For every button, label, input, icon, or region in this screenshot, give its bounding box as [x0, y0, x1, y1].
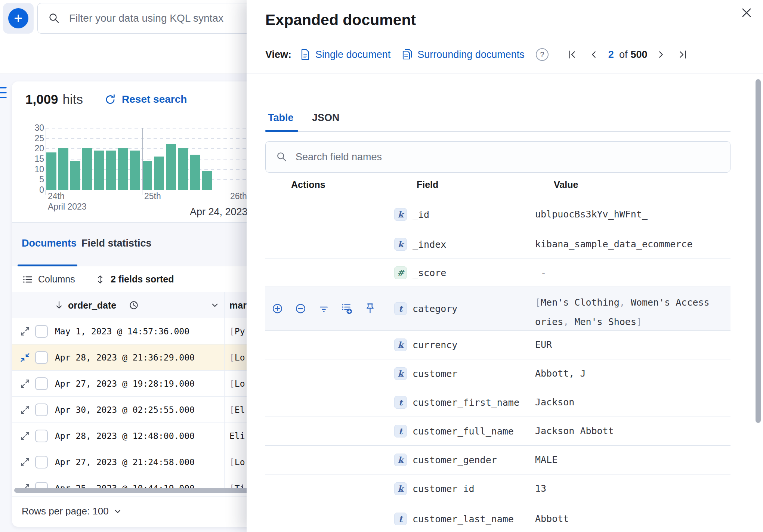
field-search-input[interactable] [296, 151, 669, 163]
field-name: customer [413, 368, 457, 379]
row-checkbox[interactable] [35, 456, 48, 468]
field-row[interactable]: # _score - [265, 259, 730, 287]
field-list-icon[interactable] [0, 84, 8, 102]
manufacturer-cell: Eli [229, 431, 245, 441]
add-filter-button[interactable] [8, 8, 28, 28]
field-row[interactable]: k customer_gender MALE [265, 446, 730, 474]
field-row[interactable]: t customer_full_name Jackson Abbott [265, 417, 730, 446]
expand-document-icon[interactable] [19, 430, 31, 442]
text-type-badge: t [394, 513, 407, 525]
column-header-manufacturer[interactable]: mar [229, 300, 247, 310]
field-row[interactable]: k _index kibana_sample_data_ecommerce [265, 230, 730, 259]
field-value: MALE [535, 450, 711, 470]
pin-field-icon[interactable] [364, 303, 376, 315]
pagination-current: 2 [608, 49, 614, 61]
histogram-bar [118, 148, 128, 190]
field-row[interactable]: t customer_first_name Jackson [265, 388, 730, 417]
keyword-type-badge: k [394, 338, 407, 351]
rows-per-page-label: Rows per page: 100 [22, 505, 109, 517]
rows-per-page-button[interactable]: Rows per page: 100 [22, 505, 122, 517]
first-page-icon[interactable] [566, 49, 578, 60]
expand-document-icon[interactable] [19, 326, 31, 337]
field-name: category [413, 303, 457, 314]
histogram-bars [46, 128, 265, 190]
chart-range-label: Apr 24, 2023 [190, 206, 248, 218]
row-checkbox[interactable] [35, 325, 48, 338]
kibana-discover-screen: 1,009 hits Reset search 051015202530 24t… [0, 0, 763, 532]
tab-json[interactable]: JSON [312, 112, 340, 124]
pagination-total: 500 [630, 49, 647, 61]
row-checkbox[interactable] [35, 403, 48, 416]
keyword-type-badge: k [394, 454, 407, 466]
filter-out-value-icon[interactable] [294, 303, 307, 315]
sort-descending-icon [54, 300, 64, 310]
expand-document-icon[interactable] [19, 404, 31, 415]
field-row[interactable]: t customer_last_name Abbott [265, 503, 730, 532]
row-checkbox[interactable] [35, 351, 48, 364]
row-checkbox[interactable] [35, 377, 48, 390]
field-value: ublpuocBs3kYv_hWFnt_ [535, 205, 711, 224]
single-document-label: Single document [315, 49, 390, 61]
field-name: customer_full_name [413, 426, 514, 437]
toggle-column-icon[interactable] [341, 303, 353, 315]
field-name: customer_id [413, 483, 475, 494]
field-value: 13 [535, 479, 711, 498]
view-label: View: [265, 49, 291, 61]
field-name: customer_gender [413, 455, 497, 466]
close-icon[interactable] [740, 6, 753, 19]
histogram-bar [46, 152, 56, 190]
collapse-document-icon[interactable] [19, 352, 31, 363]
expand-document-icon[interactable] [19, 378, 31, 389]
flyout-title: Expanded document [265, 11, 416, 29]
columns-button[interactable]: Columns [22, 266, 75, 292]
last-page-icon[interactable] [677, 49, 688, 60]
x-tick-label: 26th [230, 191, 247, 201]
field-value: Jackson [535, 393, 711, 412]
expand-document-icon[interactable] [19, 483, 31, 488]
column-header-order-date[interactable]: order_date [68, 300, 116, 310]
list-icon [22, 274, 33, 285]
keyword-type-badge: k [394, 367, 407, 380]
active-tab-underline [265, 130, 298, 132]
surrounding-documents-link[interactable]: Surrounding documents [402, 49, 525, 61]
expand-document-icon[interactable] [19, 457, 31, 468]
field-row[interactable]: k _id ublpuocBs3kYv_hWFnt_ [265, 199, 730, 230]
hits-label: hits [63, 92, 83, 107]
y-axis-labels: 051015202530 [22, 128, 44, 190]
manufacturer-cell: [Lo [229, 379, 245, 389]
x-tick-label: 25th [144, 191, 161, 201]
row-checkbox[interactable] [35, 482, 48, 488]
histogram-bar [82, 148, 92, 190]
single-document-link[interactable]: Single document [300, 49, 390, 61]
x-tick [228, 190, 228, 195]
histogram-bar [190, 155, 200, 190]
manufacturer-cell: [Lo [229, 457, 245, 467]
order-date-cell: Apr 28, 2023 @ 21:36:29.000 [55, 353, 195, 362]
next-page-icon[interactable] [655, 49, 667, 60]
field-row[interactable]: k customer Abbott, J [265, 359, 730, 388]
sort-fields-button[interactable]: 2 fields sorted [95, 266, 174, 292]
help-icon[interactable]: ? [536, 48, 549, 61]
tab-table[interactable]: Table [268, 112, 294, 124]
columns-label: Columns [38, 274, 75, 285]
field-name: _index [413, 239, 446, 250]
field-row[interactable]: k currency EUR [265, 331, 730, 359]
row-checkbox[interactable] [35, 430, 48, 442]
previous-page-icon[interactable] [588, 49, 599, 60]
x-tick-label: 24th [48, 191, 65, 201]
vertical-scrollbar[interactable] [756, 79, 761, 423]
reset-search-button[interactable]: Reset search [104, 93, 187, 106]
filter-for-value-icon[interactable] [271, 303, 284, 315]
filter-exists-icon[interactable] [318, 303, 330, 315]
tab-documents[interactable]: Documents [22, 238, 77, 249]
tab-field-statistics[interactable]: Field statistics [81, 238, 152, 249]
field-row[interactable]: k customer_id 13 [265, 474, 730, 503]
field-value: Abbott, J [535, 364, 711, 383]
field-name: _id [413, 209, 429, 220]
field-row-hovered[interactable]: t category [Men's Clothing, Women's Acce… [265, 287, 730, 331]
keyword-type-badge: k [394, 238, 407, 251]
field-search-bar[interactable] [265, 141, 730, 173]
field-value: Jackson Abbott [535, 421, 711, 441]
histogram-bar [178, 148, 188, 190]
column-menu-chevron-icon[interactable] [210, 300, 220, 310]
